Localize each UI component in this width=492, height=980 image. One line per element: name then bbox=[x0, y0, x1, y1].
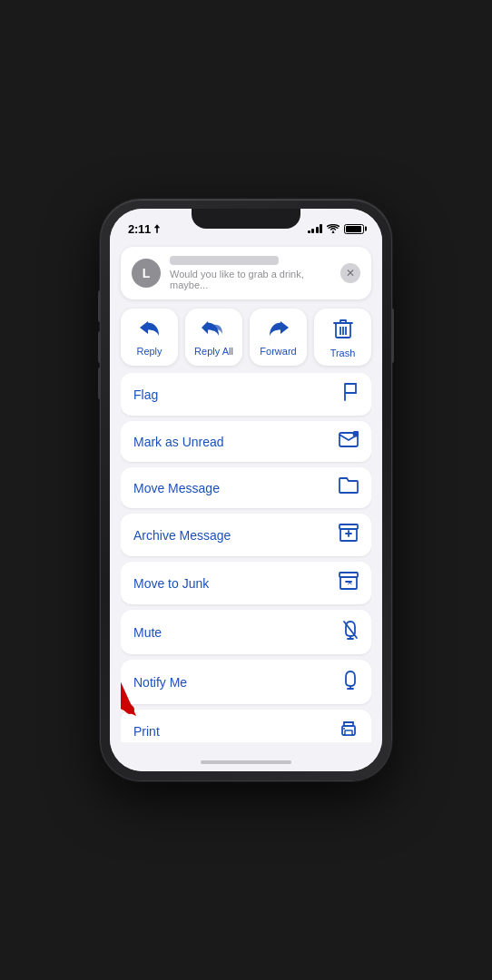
forward-button[interactable]: Forward bbox=[250, 309, 307, 366]
notif-preview-text: Would you like to grab a drink, maybe... bbox=[170, 269, 331, 290]
notif-content: Would you like to grab a drink, maybe... bbox=[170, 256, 331, 290]
mute-menu-item[interactable]: Mute bbox=[121, 610, 371, 654]
status-icons bbox=[308, 224, 365, 234]
mute-label: Mute bbox=[133, 625, 162, 640]
trash-button[interactable]: Trash bbox=[314, 309, 371, 366]
status-time-wrapper: 2:11 bbox=[128, 222, 161, 236]
trash-label: Trash bbox=[330, 348, 356, 358]
forward-icon bbox=[267, 318, 290, 341]
move-message-icon bbox=[339, 477, 359, 498]
notify-me-icon bbox=[342, 670, 359, 694]
reply-button[interactable]: Reply bbox=[121, 309, 178, 366]
reply-icon bbox=[138, 318, 162, 341]
mark-unread-label: Mark as Unread bbox=[133, 435, 224, 449]
trash-icon bbox=[333, 318, 353, 343]
svg-text:✕: ✕ bbox=[347, 579, 353, 587]
archive-message-menu-item[interactable]: Archive Message bbox=[121, 514, 371, 556]
move-to-junk-label: Move to Junk bbox=[133, 576, 209, 591]
notify-me-menu-item[interactable]: Notify Me bbox=[121, 660, 371, 704]
flag-menu-item[interactable]: Flag bbox=[121, 373, 371, 416]
battery-icon bbox=[344, 224, 364, 234]
menu-list: Flag Mark as Unread bbox=[121, 373, 371, 742]
notification-card: L Would you like to grab a drink, maybe.… bbox=[121, 247, 371, 299]
flag-label: Flag bbox=[133, 387, 158, 402]
reply-all-button[interactable]: Reply All bbox=[185, 309, 242, 366]
archive-message-icon bbox=[339, 524, 359, 546]
print-icon bbox=[339, 720, 359, 742]
sender-name-blurred bbox=[170, 256, 279, 265]
move-message-label: Move Message bbox=[133, 481, 220, 495]
time-display: 2:11 bbox=[128, 222, 151, 236]
phone-device: 2:11 L bbox=[101, 200, 391, 780]
location-icon bbox=[153, 224, 161, 233]
close-icon: ✕ bbox=[346, 267, 355, 279]
actions-grid: Reply Reply All bbox=[121, 309, 371, 366]
svg-rect-6 bbox=[339, 524, 358, 529]
move-to-junk-icon: ✕ bbox=[339, 572, 359, 594]
move-to-junk-menu-item[interactable]: Move to Junk ✕ bbox=[121, 562, 371, 604]
reply-label: Reply bbox=[136, 346, 162, 357]
main-content: L Would you like to grab a drink, maybe.… bbox=[110, 241, 382, 753]
archive-message-label: Archive Message bbox=[133, 528, 231, 543]
notify-me-label: Notify Me bbox=[133, 675, 187, 690]
avatar-letter: L bbox=[143, 266, 151, 280]
notch bbox=[192, 209, 300, 229]
move-message-menu-item[interactable]: Move Message bbox=[121, 467, 371, 508]
mute-icon bbox=[342, 620, 359, 644]
svg-point-5 bbox=[353, 431, 359, 437]
home-indicator bbox=[110, 753, 382, 771]
close-button[interactable]: ✕ bbox=[340, 263, 360, 283]
wifi-icon bbox=[327, 224, 339, 233]
home-bar bbox=[201, 760, 291, 764]
avatar: L bbox=[132, 259, 161, 288]
reply-all-icon bbox=[201, 318, 228, 341]
forward-label: Forward bbox=[260, 346, 296, 357]
print-menu-item[interactable]: Print bbox=[121, 710, 371, 742]
phone-screen: 2:11 L bbox=[110, 209, 382, 771]
print-label: Print bbox=[133, 724, 160, 739]
svg-rect-7 bbox=[339, 573, 358, 577]
svg-point-13 bbox=[343, 728, 345, 730]
flag-icon bbox=[342, 383, 359, 406]
mark-unread-menu-item[interactable]: Mark as Unread bbox=[121, 421, 371, 462]
svg-rect-12 bbox=[345, 730, 352, 735]
battery-fill bbox=[346, 226, 361, 232]
reply-all-label: Reply All bbox=[194, 346, 233, 357]
mark-unread-icon bbox=[339, 431, 359, 452]
signal-icon bbox=[308, 224, 323, 233]
